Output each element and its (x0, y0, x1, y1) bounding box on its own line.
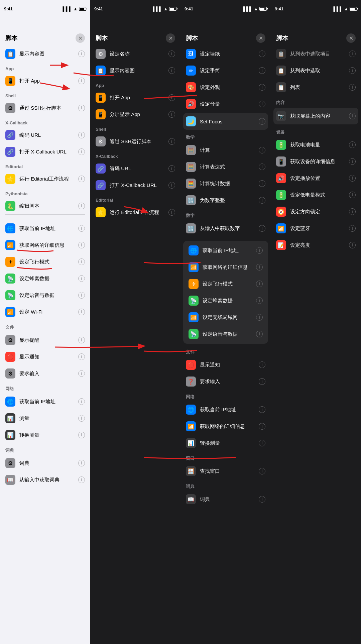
list-item[interactable]: ⭐ 运行 Editorial工作流程 i (90, 204, 180, 221)
info-icon[interactable]: i (349, 225, 356, 232)
info-icon[interactable]: i (259, 197, 265, 204)
info-icon[interactable]: i (78, 353, 85, 360)
info-icon[interactable]: i (168, 94, 175, 101)
list-item[interactable]: 🔋 设定低电量模式 i (271, 187, 361, 203)
list-item[interactable]: 📋 从列表中选取 i (271, 62, 361, 79)
info-icon[interactable]: i (349, 158, 356, 165)
list-item[interactable]: 📶 获取网络的详细信息 i (0, 237, 90, 253)
info-icon[interactable]: i (349, 113, 356, 119)
info-icon[interactable]: i (259, 423, 265, 430)
list-item[interactable]: 📋 从列表中选取项目 i (271, 45, 361, 62)
info-icon[interactable]: i (259, 118, 265, 125)
info-icon[interactable]: i (349, 141, 356, 148)
info-icon[interactable]: i (349, 175, 356, 182)
info-icon[interactable]: i (168, 111, 175, 118)
list-item[interactable]: 📝 设定亮度 i (271, 237, 361, 253)
list-item[interactable]: ⚙ 通过 SSH运行脚本 i (90, 133, 180, 150)
list-item[interactable]: 🔗 打开 X-Callback URL i (0, 143, 90, 160)
info-icon[interactable]: i (259, 84, 265, 91)
info-icon[interactable]: i (349, 208, 356, 215)
info-icon[interactable]: i (78, 242, 85, 248)
info-icon[interactable]: i (78, 203, 85, 209)
info-icon[interactable]: i (259, 164, 265, 170)
list-item[interactable]: ⚙ 词典 i (0, 455, 90, 471)
info-icon[interactable]: i (259, 225, 265, 232)
list-item[interactable]: 📶 设定蓝牙 i (271, 220, 361, 237)
panel3-close-button[interactable]: ✕ (256, 33, 265, 43)
list-item[interactable]: 📖 从输入中获取词典 i (0, 471, 90, 488)
info-icon[interactable]: i (259, 361, 265, 368)
info-icon[interactable]: i (78, 132, 85, 138)
list-item[interactable]: 🌐 获取当前 IP地址 i (183, 242, 268, 259)
list-item[interactable]: 🧭 设定方向锁定 i (271, 203, 361, 220)
info-icon[interactable]: i (78, 148, 85, 155)
info-icon[interactable]: i (256, 331, 263, 337)
list-item[interactable]: ✈ 设定飞行模式 i (183, 276, 268, 292)
list-item[interactable]: 🔢 从输入中获取数字 i (180, 220, 271, 237)
info-icon[interactable]: i (168, 165, 175, 172)
info-icon[interactable]: i (78, 370, 85, 377)
list-item[interactable]: 🌐 获取当前 IP地址 i (0, 220, 90, 237)
panel1-close-button[interactable]: ✕ (76, 33, 85, 43)
list-item[interactable]: ⚙ 通过 SSH运行脚本 i (0, 100, 90, 116)
list-item[interactable]: 📱 打开 App i (0, 73, 90, 89)
list-item[interactable]: 📱 获取设备的详细信息 i (271, 153, 361, 170)
info-icon[interactable]: i (259, 180, 265, 187)
info-icon[interactable]: i (78, 476, 85, 483)
list-item[interactable]: 📱 打开 App i (90, 89, 180, 106)
list-item[interactable]: ✏ 设定手简 i (180, 62, 271, 79)
list-item[interactable]: 🐍 编辑脚本 i (0, 198, 90, 214)
list-item[interactable]: 📊 转换测量 i (0, 427, 90, 443)
list-item[interactable]: 📷 获取屏幕上的内容 i (273, 108, 358, 124)
info-icon[interactable]: i (256, 264, 263, 271)
info-icon[interactable]: i (78, 176, 85, 182)
list-item[interactable]: 🎨 设定外观 i (180, 79, 271, 96)
info-icon[interactable]: i (78, 432, 85, 438)
list-item[interactable]: 📡 设定蜂窝数据 i (0, 270, 90, 287)
list-item[interactable]: 📶 设定 Wi-Fi i (0, 304, 90, 320)
list-item[interactable]: 🔗 编码 URL i (90, 160, 180, 177)
list-item[interactable]: 🔢 为数字整整 i (180, 192, 271, 209)
list-item[interactable]: 📊 转换测量 i (180, 435, 271, 451)
list-item[interactable]: 🔋 获取电池电量 i (271, 136, 361, 153)
info-icon[interactable]: i (78, 258, 85, 265)
info-icon[interactable]: i (78, 460, 85, 466)
info-icon[interactable]: i (349, 84, 356, 91)
info-icon[interactable]: i (168, 67, 175, 74)
info-icon[interactable]: i (259, 406, 265, 413)
info-icon[interactable]: i (349, 67, 356, 74)
info-icon[interactable]: i (78, 275, 85, 282)
list-item[interactable]: 🔗 编码 URL i (0, 127, 90, 143)
info-icon[interactable]: i (259, 50, 265, 57)
list-item[interactable]: 📋 显示内容图 i (90, 62, 180, 79)
list-item[interactable]: 🔗 打开 X-Callback URL i (90, 177, 180, 194)
info-icon[interactable]: i (259, 67, 265, 74)
list-item[interactable]: ❓ 要求输入 i (180, 373, 271, 390)
info-icon[interactable]: i (256, 247, 263, 254)
info-icon[interactable]: i (259, 440, 265, 446)
list-item[interactable]: 🔴 显示通知 i (180, 356, 271, 373)
list-item[interactable]: 🪟 查找窗口 i (180, 463, 271, 479)
list-item[interactable]: 📡 设定蜂窝数据 i (183, 292, 268, 309)
list-item[interactable]: 🔊 设定播放位置 i (271, 170, 361, 187)
list-item[interactable]: ⚙ 要求输入 i (0, 365, 90, 382)
info-icon[interactable]: i (259, 147, 265, 153)
info-icon[interactable]: i (78, 309, 85, 315)
info-icon[interactable]: i (168, 209, 175, 216)
list-item[interactable]: ✈ 设定飞行模式 i (0, 253, 90, 270)
info-icon[interactable]: i (168, 182, 175, 189)
info-icon[interactable]: i (78, 292, 85, 299)
info-icon[interactable]: i (78, 225, 85, 232)
list-item[interactable]: ⭐ 运行 Editorial工作流程 i (0, 171, 90, 187)
list-item[interactable]: 🧮 计算统计数据 i (180, 175, 271, 192)
list-item[interactable]: 🌐 获取当前 IP地址 i (0, 393, 90, 410)
info-icon[interactable]: i (78, 337, 85, 343)
info-icon[interactable]: i (259, 496, 265, 503)
info-icon[interactable]: i (78, 398, 85, 405)
info-icon[interactable]: i (349, 242, 356, 248)
info-icon[interactable]: i (78, 78, 85, 84)
info-icon[interactable]: i (259, 468, 265, 474)
list-item[interactable]: 🖼 设定墙纸 i (180, 45, 271, 62)
info-icon[interactable]: i (259, 101, 265, 107)
list-item[interactable]: 📋 列表 i (271, 79, 361, 96)
